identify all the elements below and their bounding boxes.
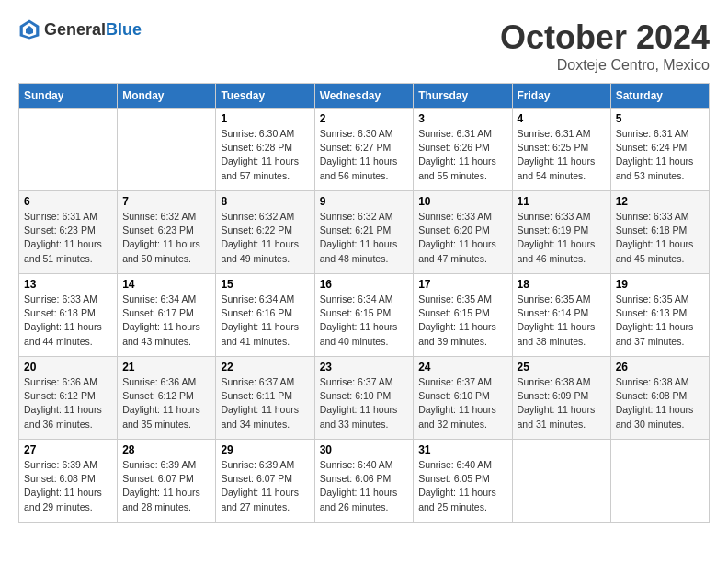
sunrise-text: Sunrise: 6:33 AM — [616, 210, 704, 224]
calendar-cell — [512, 440, 610, 523]
daylight-text: Daylight: 11 hours and 27 minutes. — [221, 486, 309, 513]
sunrise-text: Sunrise: 6:30 AM — [320, 127, 409, 141]
day-info: Sunrise: 6:39 AMSunset: 6:08 PMDaylight:… — [24, 458, 112, 514]
daylight-text: Daylight: 11 hours and 43 minutes. — [122, 320, 210, 348]
day-number: 28 — [122, 443, 210, 456]
day-number: 24 — [418, 361, 506, 373]
calendar-cell: 29Sunrise: 6:39 AMSunset: 6:07 PMDayligh… — [216, 440, 314, 523]
day-info: Sunrise: 6:36 AMSunset: 6:12 PMDaylight:… — [24, 375, 112, 431]
sunset-text: Sunset: 6:26 PM — [418, 141, 506, 155]
sunset-text: Sunset: 6:23 PM — [24, 224, 112, 237]
sunrise-text: Sunrise: 6:38 AM — [518, 375, 606, 389]
day-info: Sunrise: 6:35 AMSunset: 6:14 PMDaylight:… — [518, 293, 606, 349]
day-info: Sunrise: 6:40 AMSunset: 6:06 PMDaylight:… — [320, 458, 409, 514]
sunrise-text: Sunrise: 6:37 AM — [221, 375, 309, 389]
day-info: Sunrise: 6:30 AMSunset: 6:27 PMDaylight:… — [320, 127, 409, 183]
day-number: 12 — [616, 195, 704, 208]
day-number: 1 — [221, 112, 309, 125]
calendar-week-row-3: 13Sunrise: 6:33 AMSunset: 6:18 PMDayligh… — [19, 274, 710, 357]
sunrise-text: Sunrise: 6:33 AM — [418, 210, 506, 224]
calendar-cell: 9Sunrise: 6:32 AMSunset: 6:21 PMDaylight… — [314, 191, 414, 274]
day-info: Sunrise: 6:33 AMSunset: 6:18 PMDaylight:… — [616, 210, 704, 266]
day-info: Sunrise: 6:34 AMSunset: 6:16 PMDaylight:… — [221, 293, 309, 349]
daylight-text: Daylight: 11 hours and 49 minutes. — [221, 237, 309, 265]
day-info: Sunrise: 6:40 AMSunset: 6:05 PMDaylight:… — [418, 458, 506, 514]
day-info: Sunrise: 6:38 AMSunset: 6:09 PMDaylight:… — [518, 375, 606, 431]
logo: GeneralBlue — [18, 18, 142, 40]
sunset-text: Sunset: 6:10 PM — [418, 389, 506, 403]
day-number: 26 — [616, 361, 704, 373]
daylight-text: Daylight: 11 hours and 34 minutes. — [221, 403, 309, 431]
calendar-cell: 18Sunrise: 6:35 AMSunset: 6:14 PMDayligh… — [512, 274, 610, 357]
sunrise-text: Sunrise: 6:35 AM — [518, 293, 606, 306]
col-monday: Monday — [118, 84, 216, 109]
sunrise-text: Sunrise: 6:32 AM — [221, 210, 309, 224]
sunset-text: Sunset: 6:22 PM — [221, 224, 309, 237]
day-info: Sunrise: 6:37 AMSunset: 6:10 PMDaylight:… — [320, 375, 409, 431]
daylight-text: Daylight: 11 hours and 33 minutes. — [320, 403, 409, 431]
sunset-text: Sunset: 6:18 PM — [616, 224, 704, 237]
day-number: 18 — [518, 278, 606, 291]
day-number: 5 — [616, 112, 704, 125]
calendar-cell: 13Sunrise: 6:33 AMSunset: 6:18 PMDayligh… — [19, 274, 118, 357]
day-number: 9 — [320, 195, 409, 208]
daylight-text: Daylight: 11 hours and 44 minutes. — [24, 320, 112, 348]
sunrise-text: Sunrise: 6:34 AM — [221, 293, 309, 306]
sunrise-text: Sunrise: 6:31 AM — [418, 127, 506, 141]
sunset-text: Sunset: 6:12 PM — [122, 389, 210, 403]
sunrise-text: Sunrise: 6:34 AM — [320, 293, 409, 306]
col-friday: Friday — [512, 84, 610, 109]
sunrise-text: Sunrise: 6:39 AM — [24, 458, 112, 472]
sunrise-text: Sunrise: 6:35 AM — [418, 293, 506, 306]
sunset-text: Sunset: 6:12 PM — [24, 389, 112, 403]
calendar-week-row-2: 6Sunrise: 6:31 AMSunset: 6:23 PMDaylight… — [19, 191, 710, 274]
sunrise-text: Sunrise: 6:36 AM — [24, 375, 112, 389]
sunset-text: Sunset: 6:07 PM — [221, 472, 309, 486]
daylight-text: Daylight: 11 hours and 26 minutes. — [320, 486, 409, 513]
daylight-text: Daylight: 11 hours and 51 minutes. — [24, 237, 112, 265]
day-info: Sunrise: 6:38 AMSunset: 6:08 PMDaylight:… — [616, 375, 704, 431]
sunrise-text: Sunrise: 6:31 AM — [518, 127, 606, 141]
col-thursday: Thursday — [414, 84, 512, 109]
sunrise-text: Sunrise: 6:39 AM — [122, 458, 210, 472]
daylight-text: Daylight: 11 hours and 50 minutes. — [122, 237, 210, 265]
calendar-cell: 6Sunrise: 6:31 AMSunset: 6:23 PMDaylight… — [19, 191, 118, 274]
day-number: 3 — [418, 112, 506, 125]
sunrise-text: Sunrise: 6:33 AM — [24, 293, 112, 306]
sunrise-text: Sunrise: 6:36 AM — [122, 375, 210, 389]
day-number: 13 — [24, 278, 112, 291]
daylight-text: Daylight: 11 hours and 29 minutes. — [24, 486, 112, 513]
day-info: Sunrise: 6:35 AMSunset: 6:13 PMDaylight:… — [616, 293, 704, 349]
day-number: 17 — [418, 278, 506, 291]
daylight-text: Daylight: 11 hours and 30 minutes. — [616, 403, 704, 431]
col-saturday: Saturday — [610, 84, 709, 109]
daylight-text: Daylight: 11 hours and 28 minutes. — [122, 486, 210, 513]
daylight-text: Daylight: 11 hours and 45 minutes. — [616, 237, 704, 265]
day-number: 7 — [122, 195, 210, 208]
day-info: Sunrise: 6:33 AMSunset: 6:18 PMDaylight:… — [24, 293, 112, 349]
daylight-text: Daylight: 11 hours and 41 minutes. — [221, 320, 309, 348]
month-title: October 2024 — [500, 18, 710, 57]
daylight-text: Daylight: 11 hours and 54 minutes. — [518, 155, 606, 182]
day-info: Sunrise: 6:32 AMSunset: 6:21 PMDaylight:… — [320, 210, 409, 266]
day-info: Sunrise: 6:35 AMSunset: 6:15 PMDaylight:… — [418, 293, 506, 349]
calendar-cell: 1Sunrise: 6:30 AMSunset: 6:28 PMDaylight… — [216, 109, 314, 191]
calendar-cell: 22Sunrise: 6:37 AMSunset: 6:11 PMDayligh… — [216, 357, 314, 440]
sunset-text: Sunset: 6:27 PM — [320, 141, 409, 155]
daylight-text: Daylight: 11 hours and 38 minutes. — [518, 320, 606, 348]
sunrise-text: Sunrise: 6:40 AM — [320, 458, 409, 472]
daylight-text: Daylight: 11 hours and 32 minutes. — [418, 403, 506, 431]
sunset-text: Sunset: 6:13 PM — [616, 306, 704, 320]
calendar-cell: 15Sunrise: 6:34 AMSunset: 6:16 PMDayligh… — [216, 274, 314, 357]
day-number: 31 — [418, 443, 506, 456]
day-number: 25 — [518, 361, 606, 373]
sunset-text: Sunset: 6:08 PM — [616, 389, 704, 403]
sunrise-text: Sunrise: 6:37 AM — [418, 375, 506, 389]
calendar-cell: 26Sunrise: 6:38 AMSunset: 6:08 PMDayligh… — [610, 357, 709, 440]
calendar-week-row-4: 20Sunrise: 6:36 AMSunset: 6:12 PMDayligh… — [19, 357, 710, 440]
daylight-text: Daylight: 11 hours and 37 minutes. — [616, 320, 704, 348]
calendar-cell: 14Sunrise: 6:34 AMSunset: 6:17 PMDayligh… — [118, 274, 216, 357]
day-info: Sunrise: 6:39 AMSunset: 6:07 PMDaylight:… — [122, 458, 210, 514]
daylight-text: Daylight: 11 hours and 48 minutes. — [320, 237, 409, 265]
col-sunday: Sunday — [19, 84, 118, 109]
